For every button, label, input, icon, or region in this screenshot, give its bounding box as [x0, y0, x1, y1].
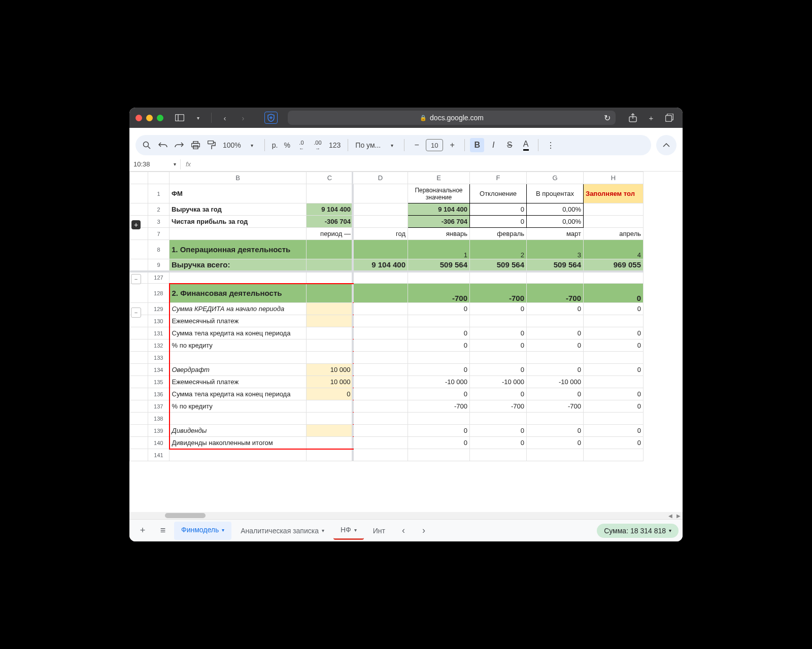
- currency-button[interactable]: р.: [270, 141, 280, 149]
- sheet-tab-analytics[interactable]: Аналитическая записка▾: [233, 522, 331, 540]
- chevron-down-icon[interactable]: ▾: [222, 527, 224, 533]
- shield-icon[interactable]: [264, 112, 278, 124]
- browser-titlebar: ▾ ‹ › 🔒 docs.google.com ↻ +: [129, 108, 683, 128]
- svg-rect-5: [666, 116, 672, 122]
- row-1[interactable]: 1 ФМ Первоначальное значение Отклонение …: [130, 184, 644, 203]
- sheet-tab-int[interactable]: Инт: [366, 522, 392, 540]
- nav-back-button[interactable]: ‹: [218, 111, 232, 125]
- maximize-window-button[interactable]: [157, 115, 163, 121]
- close-window-button[interactable]: [136, 115, 142, 121]
- svg-rect-0: [176, 115, 184, 121]
- sheets-toolbar: 100% ▾ р. % .0← .00→ 123 По ум... ▾ − 10…: [129, 133, 683, 157]
- row-group-collapse-1[interactable]: −: [131, 274, 141, 284]
- format-123-button[interactable]: 123: [327, 141, 343, 149]
- bold-button[interactable]: B: [470, 138, 484, 152]
- more-toolbar-icon[interactable]: ⋮: [544, 138, 558, 152]
- print-icon[interactable]: [188, 138, 202, 152]
- minimize-window-button[interactable]: [146, 115, 153, 121]
- quicksum-display[interactable]: Сумма: 18 314 818 ▾: [597, 524, 679, 538]
- all-sheets-button[interactable]: ≡: [154, 522, 172, 540]
- increase-decimal-icon[interactable]: .00→: [311, 138, 325, 152]
- svg-rect-11: [208, 141, 214, 144]
- share-icon[interactable]: [626, 111, 640, 125]
- chevron-down-icon[interactable]: ▾: [191, 111, 205, 125]
- row-7[interactable]: 7 период — год январь февраль март апрел…: [130, 228, 644, 240]
- font-size-decrease[interactable]: −: [410, 138, 424, 152]
- undo-icon[interactable]: [156, 138, 170, 152]
- row-137[interactable]: 137 % по кредиту -700 -700 -700 0: [130, 400, 644, 413]
- sidebar-toggle-icon[interactable]: [173, 111, 187, 125]
- row-8[interactable]: 8 1. Операционная деятельность 1 2 3 4: [130, 240, 644, 259]
- tabs-scroll-left[interactable]: ‹: [394, 522, 413, 540]
- row-140[interactable]: 140 Дивиденды накопленным итогом 0 0 0 0: [130, 437, 644, 449]
- row-138[interactable]: 138: [130, 413, 644, 425]
- collapse-toolbar-icon[interactable]: [656, 135, 676, 155]
- sheet-tab-nf[interactable]: НФ▾: [333, 522, 364, 540]
- row-133[interactable]: 133: [130, 352, 644, 364]
- text-color-button[interactable]: A: [519, 138, 533, 152]
- name-box-row: 10:38 ▾ fx: [129, 157, 683, 172]
- svg-line-7: [148, 147, 151, 149]
- row-136[interactable]: 136 Сумма тела кредита на конец периода …: [130, 388, 644, 400]
- decrease-decimal-icon[interactable]: .0←: [294, 138, 309, 152]
- row-group-collapse-2[interactable]: −: [131, 308, 141, 318]
- redo-icon[interactable]: [172, 138, 186, 152]
- new-tab-icon[interactable]: +: [644, 111, 658, 125]
- row-129[interactable]: 129 Сумма КРЕДИТА на начало периода 0 0 …: [130, 303, 644, 315]
- row-128[interactable]: 128 2. Финансовая деятельность -700 -700…: [130, 284, 644, 303]
- font-size-input[interactable]: 10: [426, 139, 443, 151]
- row-132[interactable]: 132 % по кредиту 0 0 0 0: [130, 339, 644, 352]
- chevron-down-icon[interactable]: ▾: [174, 161, 176, 167]
- nav-forward-button[interactable]: ›: [236, 111, 250, 125]
- name-box[interactable]: 10:38 ▾: [129, 160, 180, 168]
- font-size-increase[interactable]: +: [445, 138, 459, 152]
- tabs-overview-icon[interactable]: [662, 111, 676, 125]
- fx-label: fx: [181, 160, 196, 168]
- horizontal-scrollbar[interactable]: ◀▶: [129, 512, 683, 519]
- row-9[interactable]: 9 Выручка всего: 9 104 400 509 564 509 5…: [130, 259, 644, 271]
- row-139[interactable]: 139 Дивиденды 0 0 0 0: [130, 425, 644, 437]
- browser-window: ▾ ‹ › 🔒 docs.google.com ↻ +: [129, 108, 683, 541]
- font-family-select[interactable]: По ум...: [353, 141, 383, 149]
- chevron-down-icon[interactable]: ▾: [354, 527, 357, 533]
- row-130[interactable]: 130 Ежемесячный платеж: [130, 315, 644, 327]
- zoom-level[interactable]: 100%: [221, 141, 243, 149]
- add-sheet-button[interactable]: +: [133, 522, 152, 540]
- add-rows-icon[interactable]: +: [131, 220, 141, 229]
- sheet-table: B C D E F G H 1 ФМ Первоначальное значен…: [129, 172, 644, 461]
- svg-rect-9: [191, 144, 199, 147]
- row-3[interactable]: 3 Чистая прибыль за год -306 704 -306 70…: [130, 216, 644, 228]
- reload-icon[interactable]: ↻: [604, 113, 611, 123]
- sheet-tab-finmodel[interactable]: Финмодель▾: [174, 522, 231, 540]
- formula-bar[interactable]: [196, 157, 683, 171]
- chevron-down-icon[interactable]: ▾: [669, 528, 671, 533]
- row-141[interactable]: 141: [130, 449, 644, 461]
- search-icon[interactable]: [140, 138, 154, 152]
- svg-point-6: [144, 142, 149, 147]
- window-controls: [136, 115, 163, 121]
- row-135[interactable]: 135 Ежемесячный платеж 10 000 -10 000 -1…: [130, 376, 644, 388]
- italic-button[interactable]: I: [486, 138, 500, 152]
- url-text: docs.google.com: [430, 114, 484, 122]
- tabs-scroll-right[interactable]: ›: [415, 522, 433, 540]
- strikethrough-button[interactable]: S: [502, 138, 517, 152]
- address-bar[interactable]: 🔒 docs.google.com ↻: [288, 111, 616, 125]
- row-2[interactable]: 2 Выручка за год 9 104 400 9 104 400 0 0…: [130, 203, 644, 216]
- row-131[interactable]: 131 Сумма тела кредита на конец периода …: [130, 327, 644, 339]
- column-header-row: B C D E F G H: [130, 172, 644, 184]
- percent-button[interactable]: %: [282, 141, 292, 149]
- spreadsheet-grid[interactable]: − − + B C D E F G H 1 ФМ: [129, 172, 683, 512]
- lock-icon: 🔒: [420, 115, 427, 121]
- row-134[interactable]: 134 Овердрафт 10 000 0 0 0 0: [130, 364, 644, 376]
- font-dropdown-icon[interactable]: ▾: [385, 138, 399, 152]
- paint-format-icon[interactable]: [205, 138, 219, 152]
- row-127[interactable]: 127: [130, 271, 644, 284]
- sheet-tabs-bar: + ≡ Финмодель▾ Аналитическая записка▾ НФ…: [129, 519, 683, 541]
- chevron-down-icon[interactable]: ▾: [322, 528, 324, 533]
- zoom-dropdown-icon[interactable]: ▾: [245, 138, 259, 152]
